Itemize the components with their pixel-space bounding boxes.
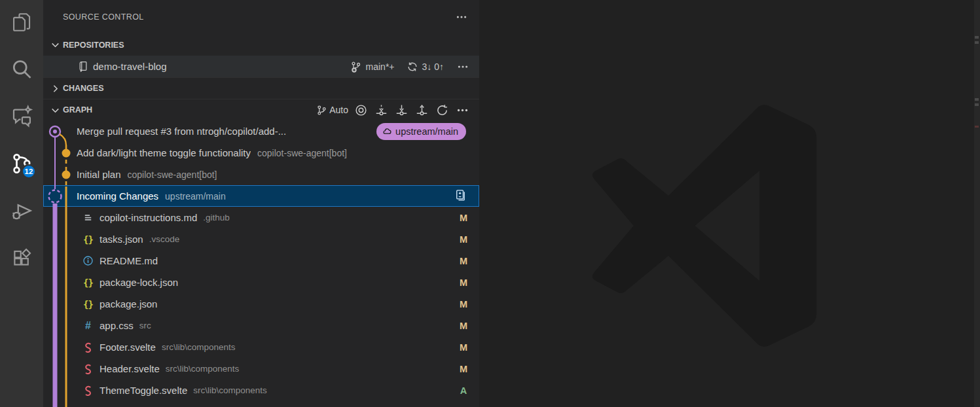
incoming-changes-ref: upstream/main (165, 191, 226, 202)
activity-copilot-chat[interactable] (0, 94, 43, 141)
json-icon: {} (82, 276, 94, 289)
file-name: copilot-instructions.md (100, 212, 197, 223)
repo-more-button[interactable] (456, 60, 470, 74)
branch-name[interactable]: main*+ (366, 62, 395, 72)
section-repositories[interactable]: REPOSITORIES (43, 34, 479, 56)
file-row[interactable]: README.md M (43, 250, 479, 272)
status-badge: M (458, 256, 469, 266)
sync-icon[interactable] (407, 61, 418, 73)
graph-auto-toggle[interactable]: Auto (316, 105, 348, 116)
ref-badge-label: upstream/main (395, 126, 458, 137)
chevron-right-icon (50, 83, 61, 94)
auto-label: Auto (329, 105, 348, 115)
graph-list: Merge pull request #3 from ntrogh/copilo… (43, 120, 479, 401)
file-name: Footer.svelte (100, 342, 156, 353)
status-badge: M (458, 213, 469, 223)
file-name: app.css (100, 320, 134, 331)
file-row[interactable]: ThemeToggle.svelte src\lib\components A (43, 380, 479, 401)
changes-label: CHANGES (63, 84, 104, 93)
file-path: src (139, 321, 151, 330)
vscode-logo-watermark (584, 98, 826, 353)
branch-create-icon[interactable] (350, 61, 362, 73)
git-push-icon (416, 104, 428, 116)
upstream-ref-badge[interactable]: upstream/main (376, 123, 466, 140)
file-path: .github (203, 213, 230, 222)
status-badge: M (458, 364, 469, 374)
file-name: README.md (100, 255, 158, 266)
activity-explorer[interactable] (0, 0, 43, 47)
pull-button[interactable] (393, 102, 409, 118)
vscode-window: 12 SOURCE CO (0, 0, 980, 407)
file-path: src\lib\components (166, 364, 240, 374)
svelte-icon (82, 363, 94, 375)
commit-title: Add dark/light theme toggle functionalit… (77, 147, 251, 158)
incoming-changes-row[interactable]: Incoming Changes upstream/main (43, 185, 479, 207)
commit-row-theme-toggle[interactable]: Add dark/light theme toggle functionalit… (43, 142, 479, 164)
activity-source-control[interactable]: 12 (0, 141, 43, 188)
explorer-icon (10, 11, 33, 36)
scope-to-target-button[interactable] (353, 102, 369, 118)
css-icon: # (82, 319, 94, 332)
run-debug-icon (10, 199, 33, 225)
repositories-label: REPOSITORIES (63, 41, 124, 50)
file-row[interactable]: Header.svelte src\lib\components M (43, 358, 479, 380)
status-badge: M (458, 342, 469, 353)
json-icon: {} (82, 233, 94, 245)
activity-run-debug[interactable] (0, 188, 43, 236)
view-all-changes-button[interactable] (454, 189, 466, 204)
git-branch-icon (316, 105, 327, 116)
commit-row-merge[interactable]: Merge pull request #3 from ntrogh/copilo… (43, 120, 479, 142)
file-name: package-lock.json (100, 277, 178, 288)
file-row[interactable]: # app.css src M (43, 315, 479, 336)
extensions-icon (10, 247, 33, 272)
repository-row[interactable]: demo-travel-blog main*+ 3↓ 0↑ (43, 56, 479, 77)
markdown-icon (82, 211, 94, 224)
status-badge: M (458, 277, 469, 288)
fetch-button[interactable] (373, 102, 389, 118)
svelte-icon (82, 341, 94, 353)
refresh-icon (436, 104, 448, 116)
commit-row-initial-plan[interactable]: Initial plan copilot-swe-agent[bot] (43, 164, 479, 185)
repository-name: demo-travel-blog (93, 61, 350, 72)
commit-author: copilot-swe-agent[bot] (257, 148, 347, 158)
json-icon: {} (82, 298, 94, 310)
chat-sparkle-icon (10, 105, 33, 131)
file-name: ThemeToggle.svelte (100, 385, 187, 396)
panel-title: SOURCE CONTROL (63, 12, 454, 22)
push-button[interactable] (414, 102, 429, 118)
file-row[interactable]: {} package.json M (43, 293, 479, 315)
source-control-sidebar: SOURCE CONTROL REPOSITORIES demo-travel-… (43, 0, 479, 407)
graph-toolbar: Auto (316, 102, 470, 118)
commit-title: Initial plan (77, 169, 121, 180)
info-icon (82, 255, 94, 267)
graph-more-button[interactable] (454, 102, 470, 118)
status-badge: A (458, 385, 469, 396)
file-name: tasks.json (100, 234, 143, 245)
minimap-scrollbar[interactable] (974, 0, 980, 407)
chevron-down-icon (50, 105, 61, 116)
refresh-button[interactable] (434, 102, 450, 118)
file-path: .vscode (149, 234, 180, 244)
file-row[interactable]: {} package-lock.json M (43, 272, 479, 293)
sync-counts[interactable]: 3↓ 0↑ (422, 62, 444, 72)
incoming-changes-label: Incoming Changes (77, 190, 158, 202)
source-control-badge: 12 (22, 164, 36, 179)
repo-icon (77, 61, 88, 72)
file-name: package.json (100, 298, 157, 310)
section-graph[interactable]: GRAPH Auto (43, 99, 479, 120)
file-row[interactable]: copilot-instructions.md .github M (43, 207, 479, 228)
status-badge: M (458, 321, 469, 331)
file-row[interactable]: Footer.svelte src\lib\components M (43, 336, 479, 358)
activity-search[interactable] (0, 47, 43, 94)
file-path: src\lib\components (162, 342, 236, 352)
activity-extensions[interactable] (0, 236, 43, 283)
more-actions-button[interactable] (454, 10, 469, 24)
file-row[interactable]: {} tasks.json .vscode M (43, 228, 479, 250)
git-pull-icon (395, 104, 408, 116)
diff-multiple-icon (454, 189, 466, 202)
file-path: src\lib\components (193, 385, 267, 395)
panel-header: SOURCE CONTROL (43, 0, 479, 34)
search-icon (10, 58, 33, 84)
section-changes[interactable]: CHANGES (43, 77, 479, 99)
git-fetch-icon (375, 104, 388, 116)
